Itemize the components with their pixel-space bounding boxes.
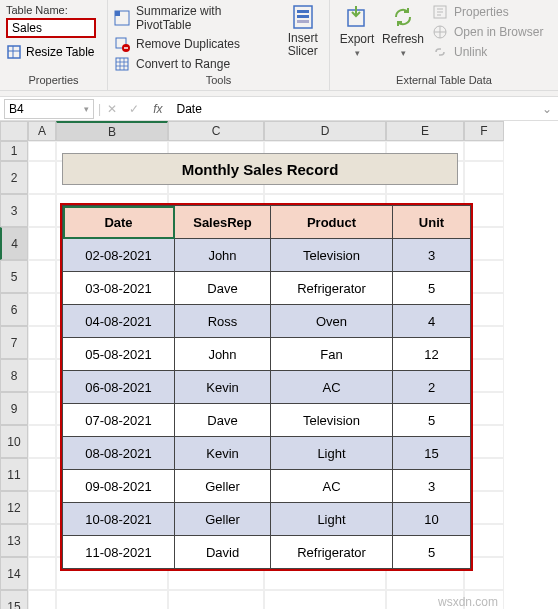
table-cell[interactable]: 06-08-2021: [63, 371, 175, 404]
table-cell[interactable]: 10-08-2021: [63, 503, 175, 536]
table-cell[interactable]: Television: [271, 239, 393, 272]
table-cell[interactable]: 3: [393, 239, 471, 272]
row-header-14[interactable]: 14: [0, 557, 28, 590]
properties-icon: [432, 4, 448, 20]
convert-to-range-button[interactable]: Convert to Range: [114, 56, 274, 72]
export-button[interactable]: Export ▾: [336, 4, 378, 72]
row-header-3[interactable]: 3: [0, 194, 28, 227]
row-header-4[interactable]: 4: [0, 227, 28, 260]
col-header-B[interactable]: B: [56, 121, 168, 141]
row-header-6[interactable]: 6: [0, 293, 28, 326]
row-header-9[interactable]: 9: [0, 392, 28, 425]
table-cell[interactable]: 15: [393, 437, 471, 470]
table-cell[interactable]: Light: [271, 437, 393, 470]
table-header-unit[interactable]: Unit: [393, 206, 471, 239]
col-header-F[interactable]: F: [464, 121, 504, 141]
watermark: wsxdn.com: [438, 595, 498, 609]
table-cell[interactable]: Geller: [175, 503, 271, 536]
table-cell[interactable]: Fan: [271, 338, 393, 371]
table-cell[interactable]: John: [175, 338, 271, 371]
resize-table-button[interactable]: Resize Table: [6, 44, 101, 60]
row-header-10[interactable]: 10: [0, 425, 28, 458]
refresh-button[interactable]: Refresh ▾: [382, 4, 424, 72]
row-header-8[interactable]: 8: [0, 359, 28, 392]
table-cell[interactable]: Refrigerator: [271, 536, 393, 569]
worksheet-cells[interactable]: Monthly Sales Record DateSalesRepProduct…: [28, 141, 504, 609]
table-row[interactable]: 09-08-2021GellerAC3: [63, 470, 471, 503]
table-cell[interactable]: Kevin: [175, 437, 271, 470]
table-cell[interactable]: Dave: [175, 272, 271, 305]
table-cell[interactable]: 08-08-2021: [63, 437, 175, 470]
formula-bar[interactable]: Date: [170, 102, 536, 116]
column-headers: ABCDEF: [28, 121, 504, 141]
summarize-pivottable-button[interactable]: Summarize with PivotTable: [114, 4, 274, 32]
table-row[interactable]: 08-08-2021KevinLight15: [63, 437, 471, 470]
table-cell[interactable]: Oven: [271, 305, 393, 338]
remove-duplicates-button[interactable]: Remove Duplicates: [114, 36, 274, 52]
fx-icon[interactable]: fx: [145, 102, 170, 116]
row-header-2[interactable]: 2: [0, 161, 28, 194]
table-cell[interactable]: 4: [393, 305, 471, 338]
table-cell[interactable]: Ross: [175, 305, 271, 338]
table-header-salesrep[interactable]: SalesRep: [175, 206, 271, 239]
table-cell[interactable]: AC: [271, 470, 393, 503]
table-row[interactable]: 05-08-2021JohnFan12: [63, 338, 471, 371]
row-header-11[interactable]: 11: [0, 458, 28, 491]
table-cell[interactable]: 03-08-2021: [63, 272, 175, 305]
name-box-dropdown-icon[interactable]: ▾: [84, 104, 89, 114]
col-header-C[interactable]: C: [168, 121, 264, 141]
table-cell[interactable]: Refrigerator: [271, 272, 393, 305]
table-row[interactable]: 07-08-2021DaveTelevision5: [63, 404, 471, 437]
table-header-date[interactable]: Date: [63, 206, 175, 239]
table-row[interactable]: 11-08-2021DavidRefrigerator5: [63, 536, 471, 569]
table-cell[interactable]: 10: [393, 503, 471, 536]
table-cell[interactable]: 05-08-2021: [63, 338, 175, 371]
table-cell[interactable]: David: [175, 536, 271, 569]
table-cell[interactable]: 04-08-2021: [63, 305, 175, 338]
convert-range-icon: [114, 56, 130, 72]
table-cell[interactable]: 5: [393, 536, 471, 569]
table-cell[interactable]: AC: [271, 371, 393, 404]
col-header-D[interactable]: D: [264, 121, 386, 141]
table-header-product[interactable]: Product: [271, 206, 393, 239]
row-header-1[interactable]: 1: [0, 141, 28, 161]
insert-slicer-button[interactable]: Insert Slicer: [282, 4, 323, 72]
table-cell[interactable]: 09-08-2021: [63, 470, 175, 503]
table-cell[interactable]: Kevin: [175, 371, 271, 404]
table-cell[interactable]: 07-08-2021: [63, 404, 175, 437]
title-bar: Monthly Sales Record: [62, 153, 458, 185]
table-cell[interactable]: Dave: [175, 404, 271, 437]
table-cell[interactable]: 5: [393, 272, 471, 305]
table-cell[interactable]: Television: [271, 404, 393, 437]
table-cell[interactable]: Light: [271, 503, 393, 536]
select-all-corner[interactable]: [0, 121, 28, 141]
table-cell[interactable]: Geller: [175, 470, 271, 503]
group-external-label: External Table Data: [336, 74, 552, 86]
table-row[interactable]: 10-08-2021GellerLight10: [63, 503, 471, 536]
table-name-input[interactable]: [6, 18, 96, 38]
table-row[interactable]: 04-08-2021RossOven4: [63, 305, 471, 338]
table-cell[interactable]: 5: [393, 404, 471, 437]
table-cell[interactable]: 11-08-2021: [63, 536, 175, 569]
name-box[interactable]: B4 ▾: [4, 99, 94, 119]
row-header-15[interactable]: 15: [0, 590, 28, 609]
col-header-E[interactable]: E: [386, 121, 464, 141]
table-row[interactable]: 03-08-2021DaveRefrigerator5: [63, 272, 471, 305]
table-cell[interactable]: 2: [393, 371, 471, 404]
table-cell[interactable]: 02-08-2021: [63, 239, 175, 272]
row-header-5[interactable]: 5: [0, 260, 28, 293]
table-cell[interactable]: 3: [393, 470, 471, 503]
col-header-A[interactable]: A: [28, 121, 56, 141]
export-icon: [344, 4, 370, 30]
table-cell[interactable]: 12: [393, 338, 471, 371]
table-cell[interactable]: John: [175, 239, 271, 272]
cancel-icon: ✕: [101, 102, 123, 116]
row-header-7[interactable]: 7: [0, 326, 28, 359]
row-header-12[interactable]: 12: [0, 491, 28, 524]
browser-icon: [432, 24, 448, 40]
row-header-13[interactable]: 13: [0, 524, 28, 557]
expand-formula-bar-icon[interactable]: ⌄: [536, 102, 558, 116]
data-table-area: DateSalesRepProductUnit 02-08-2021JohnTe…: [60, 203, 473, 571]
table-row[interactable]: 02-08-2021JohnTelevision3: [63, 239, 471, 272]
table-row[interactable]: 06-08-2021KevinAC2: [63, 371, 471, 404]
